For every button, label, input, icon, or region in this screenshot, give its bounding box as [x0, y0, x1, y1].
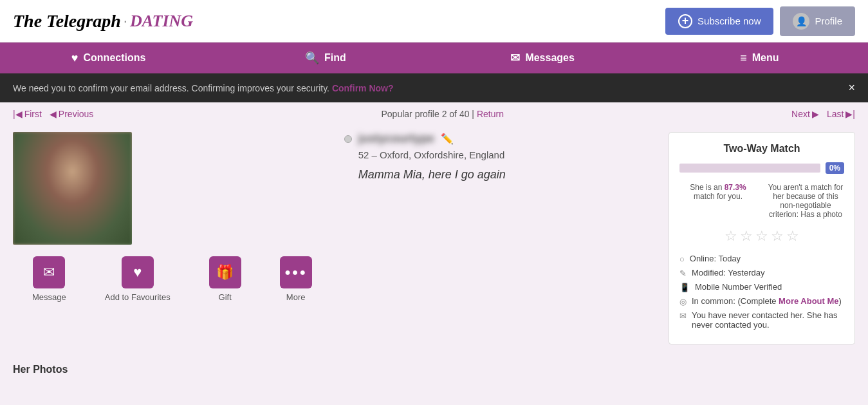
hamburger-icon: ≡: [740, 52, 747, 65]
star-4[interactable]: ☆: [771, 228, 784, 245]
match-desc-row: She is an 87.3% match for you. You aren'…: [679, 183, 844, 219]
match-col: Two-Way Match 0% She is an 87.3% match f…: [669, 132, 855, 344]
profile-photo-blur: [13, 132, 132, 245]
pagination-bar: |◀ First ◀ Previous Popular profile 2 of…: [0, 102, 868, 126]
her-photos-title: Her Photos: [13, 364, 855, 375]
confirm-now-link[interactable]: Confirm Now?: [332, 83, 394, 93]
pagination-right: Next ▶ Last ▶|: [791, 109, 855, 119]
profile-name-row: justycourtype ✏️: [344, 132, 656, 146]
profile-photo-col: ✉ Message ♥ Add to Favourites 🎁 Gift ●●●…: [13, 132, 331, 344]
previous-chevron-icon: ◀: [50, 109, 57, 119]
favourites-label: Add to Favourites: [105, 292, 171, 302]
logo-dating: DATING: [130, 12, 193, 31]
profile-label: Profile: [815, 15, 842, 26]
meta-incommon: ◎ In common: (Complete More About Me): [679, 296, 844, 306]
match-progress-bar: [679, 164, 820, 173]
incommon-icon: ◎: [679, 297, 687, 306]
nav-messages-label: Messages: [525, 52, 575, 64]
match-percent-highlight: 87.3%: [725, 183, 746, 192]
nav-find-label: Find: [324, 52, 346, 64]
contact-text: You have never contacted her. She has ne…: [692, 310, 844, 330]
star-3[interactable]: ☆: [755, 228, 768, 245]
mobile-text: Mobile Number Verified: [695, 282, 782, 292]
heart-icon: ♥: [71, 52, 78, 65]
incommon-text: In common: (Complete More About Me): [692, 296, 842, 306]
match-progress-row: 0%: [679, 162, 844, 174]
nav-menu[interactable]: ≡ Menu: [651, 42, 868, 73]
previous-button[interactable]: ◀ Previous: [50, 109, 93, 119]
star-2[interactable]: ☆: [740, 228, 753, 245]
plus-icon: +: [678, 14, 692, 28]
profile-photo[interactable]: [13, 132, 132, 245]
nav-find[interactable]: 🔍 Find: [217, 42, 434, 73]
profile-tagline: Mamma Mia, here I go again: [358, 168, 656, 182]
match-title: Two-Way Match: [679, 143, 844, 155]
first-button[interactable]: |◀ First: [13, 109, 42, 119]
profile-name: justycourtype: [358, 132, 434, 146]
subscribe-label: Subscribe now: [697, 15, 761, 26]
header-actions: + Subscribe now 👤 Profile: [665, 6, 855, 36]
message-button[interactable]: ✉ Message: [13, 251, 86, 307]
match-desc-right: You aren't a match for her because of th…: [767, 183, 844, 219]
nav-messages[interactable]: ✉ Messages: [434, 42, 651, 73]
main-nav: ♥ Connections 🔍 Find ✉ Messages ≡ Menu: [0, 42, 868, 73]
logo-telegraph: The Telegraph: [13, 11, 121, 32]
meta-mobile: 📱 Mobile Number Verified: [679, 282, 844, 292]
last-button[interactable]: Last ▶|: [827, 109, 855, 119]
online-text: Online: Today: [690, 254, 741, 263]
header: The Telegraph · DATING + Subscribe now 👤…: [0, 0, 868, 42]
her-photos-section: Her Photos: [0, 357, 868, 382]
meta-modified: ✎ Modified: Yesterday: [679, 268, 844, 278]
profile-button[interactable]: 👤 Profile: [780, 6, 855, 36]
stars-row: ☆ ☆ ☆ ☆ ☆: [679, 228, 844, 245]
match-desc-left: She is an 87.3% match for you.: [679, 183, 757, 219]
notification-text: We need you to confirm your email addres…: [13, 83, 394, 93]
close-notification-button[interactable]: ×: [848, 81, 855, 95]
next-chevron-icon: ▶: [812, 109, 819, 119]
next-button[interactable]: Next ▶: [791, 109, 819, 119]
message-icon: ✉: [33, 256, 65, 288]
gift-button[interactable]: 🎁 Gift: [190, 251, 261, 307]
nav-connections-label: Connections: [84, 52, 146, 64]
favourites-button[interactable]: ♥ Add to Favourites: [86, 251, 190, 307]
first-chevron-icon: |◀: [13, 109, 23, 119]
gift-label: Gift: [219, 292, 232, 302]
match-box: Two-Way Match 0% She is an 87.3% match f…: [669, 132, 855, 344]
notification-bar: We need you to confirm your email addres…: [0, 73, 868, 102]
last-chevron-icon: ▶|: [845, 109, 855, 119]
envelope-icon: ✉: [510, 51, 520, 65]
logo: The Telegraph · DATING: [13, 11, 193, 32]
search-icon: 🔍: [305, 51, 319, 65]
more-label: More: [286, 292, 306, 302]
more-dots-icon: ●●●: [280, 256, 312, 288]
logo-dot: ·: [124, 13, 127, 30]
nav-menu-label: Menu: [752, 52, 779, 64]
heart-favourites-icon: ♥: [122, 256, 154, 288]
subscribe-button[interactable]: + Subscribe now: [665, 8, 773, 35]
pencil-icon: ✎: [679, 268, 687, 278]
profile-location: 52 – Oxford, Oxfordshire, England: [358, 149, 656, 160]
star-5[interactable]: ☆: [786, 228, 799, 245]
profile-info-col: justycourtype ✏️ 52 – Oxford, Oxfordshir…: [344, 132, 656, 344]
meta-online: ○ Online: Today: [679, 254, 844, 264]
meta-contact: ✉ You have never contacted her. She has …: [679, 310, 844, 330]
match-percent-badge: 0%: [826, 162, 844, 174]
star-1[interactable]: ☆: [725, 228, 737, 245]
profile-avatar-icon: 👤: [793, 13, 809, 30]
edit-icon[interactable]: ✏️: [441, 133, 454, 145]
profile-main: ✉ Message ♥ Add to Favourites 🎁 Gift ●●●…: [0, 126, 868, 357]
gift-icon: 🎁: [209, 256, 241, 288]
pagination-left: |◀ First ◀ Previous: [13, 109, 93, 119]
meta-list: ○ Online: Today ✎ Modified: Yesterday 📱 …: [679, 254, 844, 330]
more-about-me-link[interactable]: More About Me: [779, 296, 838, 306]
pagination-center: Popular profile 2 of 40 | Return: [381, 109, 503, 119]
nav-connections[interactable]: ♥ Connections: [0, 42, 217, 73]
return-link[interactable]: Return: [477, 109, 504, 119]
online-indicator: [344, 135, 352, 143]
mobile-icon: 📱: [679, 283, 690, 292]
action-buttons: ✉ Message ♥ Add to Favourites 🎁 Gift ●●●…: [13, 251, 331, 307]
contact-envelope-icon: ✉: [679, 311, 687, 321]
more-button[interactable]: ●●● More: [261, 251, 331, 307]
message-label: Message: [32, 292, 66, 302]
modified-text: Modified: Yesterday: [692, 268, 764, 278]
